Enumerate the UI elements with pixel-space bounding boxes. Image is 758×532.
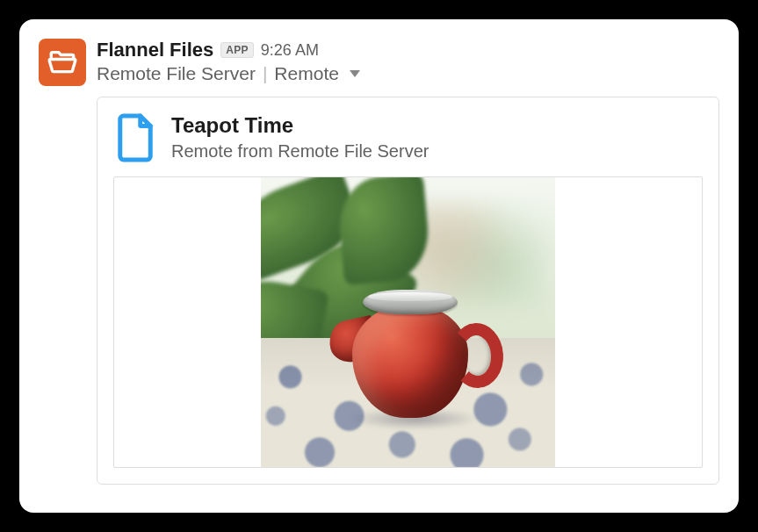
context-app-label: Remote File Server bbox=[97, 63, 256, 84]
app-avatar[interactable] bbox=[39, 39, 86, 86]
message-card: Flannel Files APP 9:26 AM Remote File Se… bbox=[19, 19, 739, 513]
attachment-titles: Teapot Time Remote from Remote File Serv… bbox=[171, 111, 429, 164]
attachment-header: Teapot Time Remote from Remote File Serv… bbox=[113, 111, 703, 164]
chevron-down-icon bbox=[350, 70, 360, 77]
message-timestamp[interactable]: 9:26 AM bbox=[261, 41, 319, 60]
app-badge: APP bbox=[220, 42, 254, 58]
attachment-subtitle: Remote from Remote File Server bbox=[171, 141, 429, 162]
attachment-preview-frame bbox=[113, 176, 703, 468]
context-source-label: Remote bbox=[274, 63, 339, 84]
attachment-title: Teapot Time bbox=[171, 113, 429, 138]
message-content: Flannel Files APP 9:26 AM Remote File Se… bbox=[97, 39, 719, 485]
app-name[interactable]: Flannel Files bbox=[97, 39, 213, 61]
folder-open-icon bbox=[47, 47, 77, 77]
file-icon bbox=[113, 111, 157, 164]
message-header: Flannel Files APP 9:26 AM bbox=[97, 39, 719, 61]
file-attachment[interactable]: Teapot Time Remote from Remote File Serv… bbox=[97, 97, 719, 485]
message-subheader[interactable]: Remote File Server | Remote bbox=[97, 63, 719, 84]
context-divider: | bbox=[261, 63, 269, 84]
message: Flannel Files APP 9:26 AM Remote File Se… bbox=[39, 39, 719, 485]
attachment-preview-image[interactable] bbox=[261, 176, 555, 468]
